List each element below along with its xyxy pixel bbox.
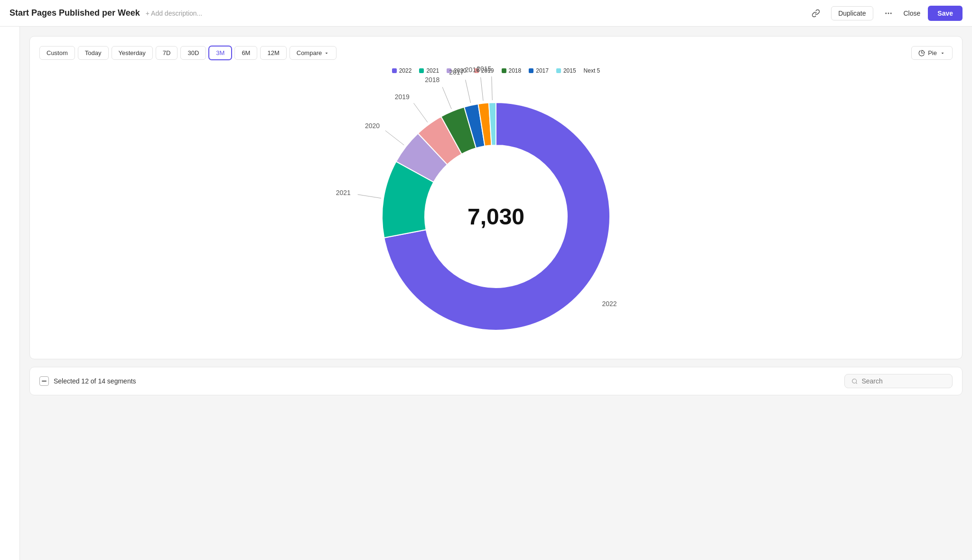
top-bar: Start Pages Published per Week + Add des… [0,0,972,27]
svg-point-2 [890,12,891,14]
legend-item-2017: 2017 [529,67,549,74]
legend-item-2018: 2018 [502,67,522,74]
legend-dot-2015 [556,68,561,73]
compare-button[interactable]: Compare [290,46,336,60]
search-area[interactable] [844,374,953,388]
3m-button[interactable]: 3M [209,46,232,60]
page-title: Start Pages Published per Week [9,8,140,18]
legend-dot-2021 [419,68,424,73]
selected-segments-text: Selected 12 of 14 segments [54,377,136,385]
legend-label-2018: 2018 [509,67,522,74]
duplicate-button[interactable]: Duplicate [831,6,873,20]
search-input[interactable] [861,377,945,385]
legend-item-2015: 2015 [556,67,576,74]
legend-item-2022: 2022 [392,67,412,74]
legend-label-2017: 2017 [536,67,549,74]
svg-point-0 [885,12,887,14]
label-line-2020 [385,131,404,145]
chart-card: Custom Today Yesterday 7D 30D 3M 6M 12M … [29,36,963,359]
legend-label-2022: 2022 [399,67,412,74]
link-icon-button[interactable] [808,6,823,21]
bottom-bar: Selected 12 of 14 segments [29,367,963,395]
segment-label-2017: 2017 [449,68,464,76]
label-line-2021 [358,195,381,198]
top-bar-right: Duplicate Close Save [808,6,963,21]
label-line-2019 [414,103,428,122]
segment-selection: Selected 12 of 14 segments [39,376,136,386]
legend-item-2021: 2021 [419,67,439,74]
custom-button[interactable]: Custom [39,46,75,60]
label-line-2018 [442,87,451,109]
segment-label-2019: 2019 [395,93,410,101]
6m-button[interactable]: 6M [234,46,257,60]
legend-dot-2018 [502,68,506,73]
pie-chart-button[interactable]: Pie [911,46,953,60]
label-line-2015 [492,76,493,100]
chart-legend: 2022 2021 2020 2019 2018 2017 2015Next 5 [39,67,953,74]
next5-button[interactable]: Next 5 [584,67,600,74]
donut-chart-area: 20222021202020192018201720162015 7,030 [39,84,953,349]
30d-button[interactable]: 30D [180,46,206,60]
top-bar-left: Start Pages Published per Week + Add des… [9,8,202,18]
legend-dot-2017 [529,68,533,73]
legend-label-2015: 2015 [563,67,576,74]
12m-button[interactable]: 12M [260,46,286,60]
segment-label-2020: 2020 [365,122,380,130]
more-options-button[interactable] [881,6,896,21]
svg-rect-3 [42,381,47,382]
segment-label-2018: 2018 [425,76,439,84]
date-toolbar: Custom Today Yesterday 7D 30D 3M 6M 12M … [39,46,953,60]
segment-label-2022: 2022 [602,300,617,308]
label-line-2016 [481,77,483,101]
search-icon [851,378,858,385]
today-button[interactable]: Today [78,46,109,60]
legend-label-2021: 2021 [426,67,439,74]
svg-line-5 [856,383,857,383]
segment-label-2021: 2021 [336,189,351,196]
svg-point-4 [852,379,857,383]
deselect-icon[interactable] [39,376,49,386]
svg-point-1 [888,12,889,14]
add-description-link[interactable]: + Add description... [146,9,202,17]
legend-dot-2022 [392,68,397,73]
save-button[interactable]: Save [928,6,963,21]
label-line-2017 [466,80,471,103]
segment-label-2015: 2015 [477,65,491,73]
donut-hole [425,145,567,288]
donut-chart-svg: 20222021202020192018201720162015 [363,84,629,349]
close-button[interactable]: Close [904,9,921,17]
7d-button[interactable]: 7D [156,46,178,60]
left-sidebar [0,27,20,560]
yesterday-button[interactable]: Yesterday [112,46,153,60]
